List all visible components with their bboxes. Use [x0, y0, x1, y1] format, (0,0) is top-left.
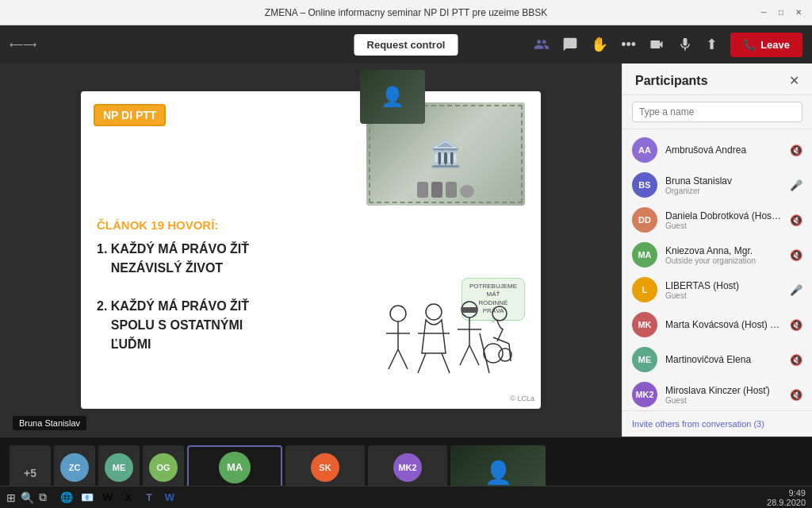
participant-name: Martinovičová Elena — [665, 354, 782, 365]
more-toolbar-icon[interactable]: ••• — [621, 37, 636, 53]
participant-info: Miroslava Kinczer (Hosť) Guest — [665, 385, 782, 405]
participant-avatar: AA — [632, 137, 657, 163]
svg-line-20 — [480, 333, 489, 373]
thumb-avatar: ME — [105, 453, 133, 482]
participant-info: Ambrušová Andrea — [665, 144, 782, 156]
participant-avatar: MA — [632, 242, 657, 267]
toolbar-left-label: ⟵⟶ — [10, 39, 36, 50]
clock-date: 28.9.2020 — [767, 498, 806, 507]
winword-icon[interactable]: W — [161, 489, 178, 506]
window-controls[interactable]: ─ □ ✕ — [758, 7, 804, 18]
taskbar-thumbnails-bar: +5 ZC ZC 🔇 ME ME 🔇 OG OG 🔇 MA Kniezova A… — [0, 437, 812, 508]
participant-item[interactable]: L LIBERTAS (Host) Guest 🎤 — [622, 272, 812, 307]
participant-role: Outside your organization — [665, 256, 782, 265]
mic-muted-icon: 🔇 — [790, 214, 802, 226]
participant-info: Marta Kovácsová (Host) (Guest) — [665, 319, 782, 330]
task-view-icon[interactable]: ⧉ — [39, 491, 47, 504]
participant-avatar: L — [632, 277, 657, 302]
thumb-avatar: ZC — [60, 453, 89, 482]
panel-close-button[interactable]: ✕ — [789, 73, 799, 88]
participant-avatar: MK — [632, 312, 657, 337]
svg-line-7 — [418, 353, 426, 373]
participant-item[interactable]: DD Daniela Dobrotková (Hosť) (G... Guest… — [622, 202, 812, 237]
svg-line-3 — [389, 349, 398, 369]
svg-line-14 — [469, 345, 479, 365]
participant-role: Guest — [665, 221, 782, 230]
participant-item[interactable]: MA Kniezova Anna, Mgr. Outside your orga… — [622, 237, 812, 272]
request-control-button[interactable]: Request control — [354, 34, 458, 56]
svg-line-18 — [493, 337, 509, 344]
panel-title: Participants — [635, 74, 708, 88]
edge-icon[interactable]: 🌐 — [58, 489, 75, 506]
teams-toolbar: ⟵⟶ Request control ✋ ••• ⬆ 📞 Leave — [0, 25, 812, 64]
speaker-video-thumb: 👤 — [360, 70, 425, 124]
panel-header: Participants ✕ — [622, 64, 812, 95]
share-toolbar-icon[interactable]: ⬆ — [706, 36, 718, 53]
participant-role: Guest — [665, 291, 782, 300]
participant-name: Kniezova Anna, Mgr. — [665, 245, 782, 256]
taskbar-apps: 🌐 📧 W X T W — [58, 489, 178, 506]
participant-item[interactable]: ME Martinovičová Elena 🔇 — [622, 342, 812, 377]
teams-icon[interactable]: T — [140, 489, 158, 506]
outlook-icon[interactable]: 📧 — [79, 489, 96, 506]
slide-title: ČLÁNOK 19 HOVORÍ: — [97, 218, 374, 232]
mic-muted-icon: 🔇 — [790, 389, 802, 401]
invite-others-link[interactable]: Invite others from conversation (3) — [622, 410, 812, 437]
participant-name: Miroslava Kinczer (Hosť) — [665, 385, 782, 396]
participant-info: Bruna Stanislav Organizer — [665, 175, 782, 195]
svg-line-8 — [442, 353, 450, 373]
slide-body: 1. KAŽDÝ MÁ PRÁVO ŽIŤ NEZÁVISLÝ ŽIVOT 2.… — [97, 240, 374, 354]
thumb-large-avatar: MA — [219, 452, 251, 483]
slide-text-area: ČLÁNOK 19 HOVORÍ: 1. KAŽDÝ MÁ PRÁVO ŽIŤ … — [97, 218, 374, 354]
participant-item[interactable]: AA Ambrušová Andrea 🔇 — [622, 133, 812, 167]
slide-npdi-badge: NP DI PTT — [94, 104, 166, 126]
windows-start-icon[interactable]: ⊞ — [6, 491, 16, 504]
participant-item[interactable]: MK Marta Kovácsová (Host) (Guest) 🔇 — [622, 307, 812, 342]
participant-info: Daniela Dobrotková (Hosť) (G... Guest — [665, 210, 782, 230]
excel-icon[interactable]: X — [120, 489, 137, 506]
mic-muted-icon: 🔇 — [790, 249, 802, 261]
thumb-avatar: SK — [311, 453, 339, 482]
raise-hand-toolbar-icon[interactable]: ✋ — [591, 36, 608, 53]
participant-role: Organizer — [665, 187, 782, 195]
svg-rect-10 — [462, 307, 477, 313]
mic-active-icon: 🎤 — [790, 284, 802, 296]
speaker-name-overlay: Bruna Stanislav — [13, 416, 86, 430]
participant-info: LIBERTAS (Host) Guest — [665, 280, 782, 300]
participant-item[interactable]: MK2 Miroslava Kinczer (Hosť) Guest 🔇 — [622, 377, 812, 410]
participant-search-input[interactable] — [632, 102, 802, 122]
toolbar-icons: ✋ ••• ⬆ 📞 Leave — [534, 33, 802, 57]
word-icon[interactable]: W — [99, 489, 117, 506]
participant-avatar: BS — [632, 172, 657, 198]
toolbar-center: Request control — [354, 34, 458, 56]
clock-time: 9:49 — [789, 488, 806, 498]
mic-toolbar-icon[interactable] — [677, 37, 693, 52]
mic-muted-icon: 🔇 — [790, 144, 802, 156]
stick-figures-svg — [374, 290, 517, 401]
participants-toolbar-icon[interactable] — [534, 37, 550, 52]
participant-avatar: ME — [632, 347, 657, 372]
participant-info: Martinovičová Elena — [665, 354, 782, 365]
title-bar: ZMENA – Online informacny seminar NP DI … — [0, 0, 812, 25]
svg-line-19 — [509, 344, 511, 361]
search-taskbar-icon[interactable]: 🔍 — [21, 491, 34, 504]
maximize-button[interactable]: □ — [776, 7, 787, 18]
slide-illustration: POTREBUJEMEMÁŤRODINNÉ PRÁVA — [374, 274, 533, 401]
leave-button[interactable]: 📞 Leave — [730, 33, 802, 57]
thumb-avatar: OG — [149, 453, 178, 482]
mic-muted-icon: 🔇 — [790, 319, 802, 331]
win-clock: 9:49 28.9.2020 — [767, 488, 806, 507]
minimize-button[interactable]: ─ — [758, 7, 769, 18]
participant-avatar: MK2 — [632, 382, 657, 407]
participant-name: Bruna Stanislav — [665, 175, 782, 187]
participant-name: Daniela Dobrotková (Hosť) (G... — [665, 210, 782, 221]
close-button[interactable]: ✕ — [793, 7, 804, 18]
svg-line-4 — [398, 349, 408, 369]
mic-muted-icon: 🔇 — [790, 354, 802, 366]
chat-toolbar-icon[interactable] — [562, 37, 578, 52]
participants-panel: Participants ✕ AA Ambrušová Andrea 🔇 BS … — [622, 64, 812, 437]
camera-toolbar-icon[interactable] — [649, 37, 665, 52]
participant-item[interactable]: BS Bruna Stanislav Organizer 🎤 — [622, 167, 812, 202]
search-box — [622, 95, 812, 129]
title-bar-text: ZMENA – Online informacny seminar NP DI … — [265, 7, 547, 18]
